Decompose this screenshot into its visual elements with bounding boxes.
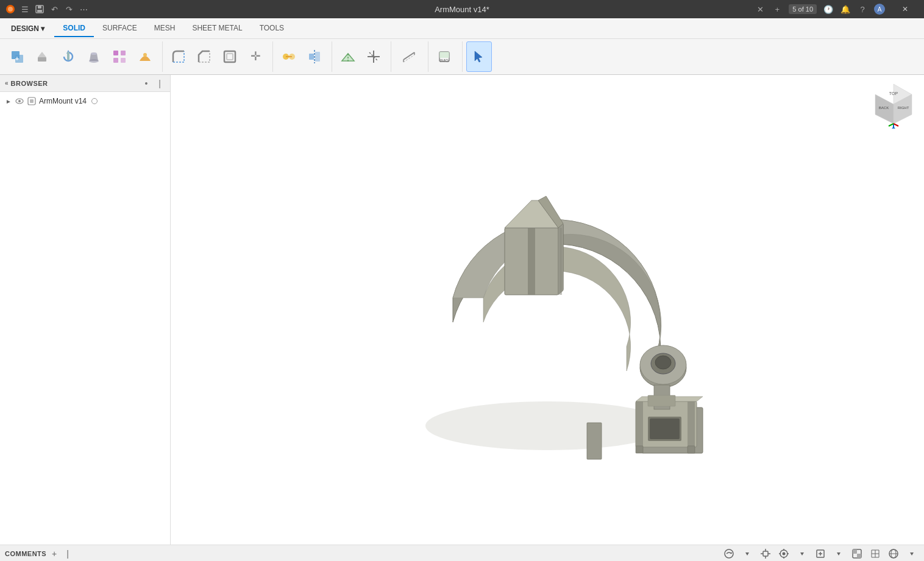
svg-point-46 <box>18 100 21 102</box>
svg-rect-65 <box>560 228 562 295</box>
save-icon[interactable] <box>34 4 45 15</box>
environment-tool[interactable] <box>886 546 901 561</box>
plane-icon <box>339 48 357 65</box>
insert-button[interactable]: IMG <box>432 41 457 72</box>
user-avatar[interactable]: A <box>874 4 885 15</box>
actions-row: + <box>0 39 924 74</box>
svg-point-71 <box>655 356 671 369</box>
form-button[interactable] <box>133 41 157 72</box>
pattern-button[interactable] <box>107 41 132 72</box>
inspect-group: INSPECT ▾ <box>395 41 428 72</box>
svg-rect-83 <box>587 423 602 459</box>
select-icon <box>471 48 488 65</box>
tab-tools[interactable]: TOOLS <box>251 20 293 37</box>
window-title: ArmMount v14* <box>435 5 489 14</box>
create-group: + <box>5 41 163 72</box>
svg-point-93 <box>783 552 786 555</box>
svg-rect-76 <box>688 401 695 447</box>
browser-settings-icon[interactable]: • <box>141 78 152 89</box>
browser-panel-toggle[interactable]: | <box>154 78 165 89</box>
revolve-button[interactable] <box>56 41 80 72</box>
tab-surface[interactable]: SURFACE <box>94 20 146 37</box>
svg-rect-13 <box>67 52 69 60</box>
redo-icon[interactable]: ↷ <box>63 4 74 15</box>
svg-rect-19 <box>113 58 118 63</box>
svg-text:+: + <box>15 55 19 62</box>
title-bar-left: ☰ ↶ ↷ ⋯ <box>5 4 89 15</box>
extrude-button[interactable] <box>30 41 55 72</box>
loft-icon <box>85 48 102 65</box>
help-icon[interactable]: ? <box>857 4 868 15</box>
more-icon[interactable]: ⋯ <box>78 4 89 15</box>
svg-point-16 <box>91 52 97 55</box>
fillet-button[interactable] <box>166 41 191 72</box>
eye-icon[interactable] <box>15 96 24 106</box>
window-close-button[interactable]: ✕ <box>891 0 919 18</box>
svg-rect-18 <box>121 51 126 55</box>
tree-item-label: ArmMount v14 <box>39 97 87 105</box>
look-at-tool[interactable] <box>777 546 791 561</box>
svg-text:IMG: IMG <box>440 58 449 63</box>
viewport[interactable]: TOP RIGHT BACK <box>171 75 924 545</box>
select-button[interactable] <box>466 41 492 72</box>
look-at-dropdown[interactable] <box>795 546 809 561</box>
new-component-button[interactable]: + <box>5 41 29 72</box>
zoom-fit-dropdown[interactable] <box>831 546 846 561</box>
tree-expand-icon[interactable]: ► <box>5 97 12 105</box>
collapse-browser-icon[interactable]: « <box>5 80 9 86</box>
close-document-icon[interactable]: ✕ <box>755 4 766 15</box>
svg-rect-78 <box>650 418 680 439</box>
svg-marker-44 <box>475 51 482 62</box>
joint-button[interactable] <box>277 41 301 72</box>
orbit-tool[interactable] <box>722 546 736 561</box>
move-button[interactable]: ✛ <box>243 41 268 72</box>
nav-cube[interactable]: TOP RIGHT BACK <box>869 81 918 130</box>
tree-item-armmount[interactable]: ► ArmMount v14 <box>0 94 170 108</box>
svg-point-84 <box>725 549 733 558</box>
orbit-tool-dropdown[interactable] <box>740 546 755 561</box>
undo-icon[interactable]: ↶ <box>49 4 60 15</box>
svg-rect-23 <box>227 54 233 60</box>
tab-sheetmetal[interactable]: SHEET METAL <box>183 20 251 37</box>
clock-icon[interactable]: 🕐 <box>823 4 834 15</box>
bell-icon[interactable]: 🔔 <box>840 4 851 15</box>
add-tab-icon[interactable]: + <box>772 4 783 15</box>
browser-tree: ► ArmMount v14 <box>0 92 170 545</box>
svg-marker-11 <box>38 52 46 57</box>
svg-rect-22 <box>224 51 235 62</box>
insert-group: IMG INSERT ▾ <box>432 41 462 72</box>
tab-mesh[interactable]: MESH <box>146 20 184 37</box>
svg-line-56 <box>894 124 898 126</box>
comments-section: COMMENTS + | <box>5 548 73 559</box>
svg-rect-29 <box>315 52 320 62</box>
comments-add-icon[interactable]: + <box>49 548 60 559</box>
plane-button[interactable] <box>336 41 360 72</box>
shell-button[interactable] <box>218 41 242 72</box>
svg-line-57 <box>889 124 894 126</box>
grid-tool[interactable] <box>868 546 883 561</box>
zoom-fit-tool[interactable] <box>813 546 828 561</box>
bottom-bar: COMMENTS + | <box>0 545 924 561</box>
comments-panel-toggle[interactable]: | <box>62 548 73 559</box>
svg-rect-64 <box>528 228 535 295</box>
svg-rect-80 <box>688 446 695 453</box>
tab-solid[interactable]: SOLID <box>54 20 94 37</box>
tree-item-status <box>91 98 98 104</box>
svg-marker-98 <box>800 552 804 556</box>
app-menu-icon[interactable]: ☰ <box>20 4 30 15</box>
align-button[interactable] <box>302 41 327 72</box>
svg-rect-48 <box>30 99 34 103</box>
viewport-tools <box>722 546 919 561</box>
pan-tool[interactable] <box>758 546 773 561</box>
axis-button[interactable] <box>361 41 386 72</box>
svg-point-21 <box>143 53 147 57</box>
environment-dropdown[interactable] <box>904 546 919 561</box>
display-mode-tool[interactable] <box>850 546 864 561</box>
loft-button[interactable] <box>82 41 106 72</box>
measure-button[interactable] <box>397 41 421 72</box>
joint-icon <box>280 48 297 65</box>
toolbar: DESIGN ▾ SOLID SURFACE MESH SHEET METAL … <box>0 18 924 75</box>
design-dropdown[interactable]: DESIGN ▾ <box>6 23 49 34</box>
chamfer-button[interactable] <box>192 41 216 72</box>
move-icon: ✛ <box>247 48 264 65</box>
